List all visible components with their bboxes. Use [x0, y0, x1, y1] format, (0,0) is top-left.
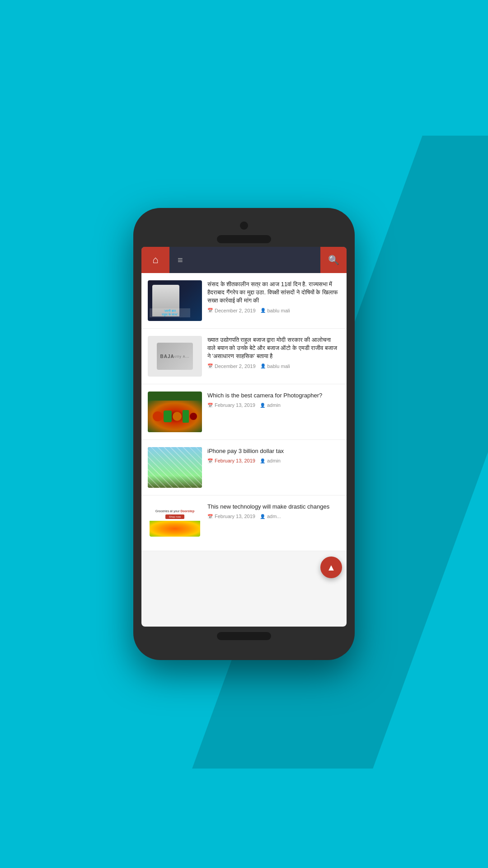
- phone-speaker-top: [217, 235, 271, 243]
- news-content-4: iPhone pay 3 billion dollar tax 📅 Februa…: [207, 447, 340, 463]
- list-item[interactable]: iPhone pay 3 billion dollar tax 📅 Februa…: [141, 440, 347, 495]
- user-icon: 👤: [260, 403, 265, 408]
- phone-device: ⌂ ≡ 🔍 'अपनी बातराहुल के साथ' संसद के शीत…: [133, 208, 355, 660]
- news-date: 📅 February 13, 2019: [207, 402, 255, 408]
- thumb-fruits: [150, 521, 200, 537]
- thumbnail-5: Groceries at your Doorstep Shop now: [148, 503, 202, 543]
- news-title: This new technology will make drastic ch…: [207, 503, 340, 511]
- home-button[interactable]: ⌂: [141, 247, 169, 273]
- news-author: 👤 bablu mali: [260, 363, 290, 369]
- thumb-banner-text: Groceries at your Doorstep: [155, 509, 194, 513]
- veg-tomato: [153, 411, 163, 421]
- hamburger-icon: ≡: [178, 255, 184, 265]
- calendar-icon: 📅: [207, 308, 213, 313]
- news-meta: 📅 February 13, 2019 👤 admin: [207, 458, 340, 463]
- list-item[interactable]: BAJActly A... ख्यात उद्योगपति राहुल बजाज…: [141, 329, 347, 384]
- news-content-2: ख्यात उद्योगपति राहुल बजाज द्वारा मोदी स…: [207, 336, 340, 369]
- news-title: संसद के शीतकालीन सत्र का आज 11वां दिन है…: [207, 280, 340, 305]
- user-icon: 👤: [260, 308, 266, 313]
- news-content-3: Which is the best camera for Photographe…: [207, 392, 340, 408]
- home-icon: ⌂: [152, 254, 158, 266]
- news-date: 📅 December 2, 2019: [207, 363, 256, 369]
- veg-red: [190, 413, 197, 420]
- phone-screen: ⌂ ≡ 🔍 'अपनी बातराहुल के साथ' संसद के शीत…: [141, 247, 347, 627]
- news-author: 👤 admin: [260, 458, 281, 463]
- news-author: 👤 adm...: [260, 514, 281, 519]
- list-item[interactable]: 'अपनी बातराहुल के साथ' संसद के शीतकालीन …: [141, 273, 347, 329]
- news-date: 📅 February 13, 2019: [207, 514, 255, 519]
- user-icon: 👤: [260, 514, 265, 519]
- calendar-icon: 📅: [207, 514, 213, 519]
- news-meta: 📅 December 2, 2019 👤 bablu mali: [207, 363, 340, 369]
- thumbnail-2: BAJActly A...: [148, 336, 202, 377]
- user-icon: 👤: [260, 363, 266, 368]
- list-item[interactable]: Groceries at your Doorstep Shop now This…: [141, 495, 347, 551]
- news-date: 📅 February 13, 2019: [207, 458, 255, 463]
- news-meta: 📅 February 13, 2019 👤 admin: [207, 402, 340, 408]
- thumbnail-1: 'अपनी बातराहुल के साथ': [148, 280, 202, 321]
- news-author: 👤 admin: [260, 402, 281, 408]
- list-item[interactable]: Which is the best camera for Photographe…: [141, 384, 347, 440]
- thumb-greenhouse: [148, 447, 202, 488]
- chevron-up-icon: ▲: [327, 562, 336, 573]
- news-author: 👤 bablu mali: [260, 308, 290, 313]
- news-title: ख्यात उद्योगपति राहुल बजाज द्वारा मोदी स…: [207, 336, 340, 361]
- news-list: 'अपनी बातराहुल के साथ' संसद के शीतकालीन …: [141, 273, 347, 551]
- thumbnail-4: [148, 447, 202, 488]
- user-icon: 👤: [260, 458, 265, 463]
- thumb-vegetables: [148, 401, 202, 432]
- calendar-icon: 📅: [207, 403, 213, 408]
- search-button[interactable]: 🔍: [320, 247, 347, 273]
- thumb-logo: BAJActly A...: [157, 343, 193, 370]
- menu-button[interactable]: ≡: [169, 255, 320, 265]
- veg-bean: [183, 410, 189, 423]
- news-meta: 📅 February 13, 2019 👤 adm...: [207, 514, 340, 519]
- news-content-5: This new technology will make drastic ch…: [207, 503, 340, 519]
- news-meta: 📅 December 2, 2019 👤 bablu mali: [207, 308, 340, 313]
- calendar-icon: 📅: [207, 363, 213, 368]
- navigation-bar: ⌂ ≡ 🔍: [141, 247, 347, 273]
- news-title: Which is the best camera for Photographe…: [207, 392, 340, 400]
- thumb-label: 'अपनी बातराहुल के साथ': [150, 308, 190, 317]
- veg-pepper: [164, 410, 172, 422]
- phone-camera: [240, 222, 248, 230]
- news-title: iPhone pay 3 billion dollar tax: [207, 447, 340, 455]
- news-date: 📅 December 2, 2019: [207, 308, 256, 313]
- veg-onion: [173, 412, 182, 421]
- calendar-icon: 📅: [207, 458, 213, 463]
- search-icon: 🔍: [328, 255, 339, 265]
- news-content-1: संसद के शीतकालीन सत्र का आज 11वां दिन है…: [207, 280, 340, 313]
- thumbnail-3: [148, 392, 202, 432]
- phone-speaker-bottom: [217, 632, 271, 640]
- scroll-to-top-button[interactable]: ▲: [320, 557, 342, 578]
- thumb-grocery-banner: Groceries at your Doorstep Shop now: [150, 505, 200, 542]
- thumb-shop-button: Shop now: [165, 514, 185, 519]
